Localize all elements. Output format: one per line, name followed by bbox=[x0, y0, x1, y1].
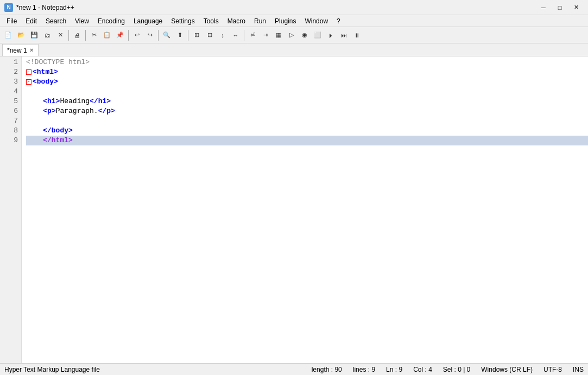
open-button[interactable]: 📂 bbox=[15, 29, 27, 41]
indent-5 bbox=[26, 97, 43, 106]
menu-settings[interactable]: Settings bbox=[167, 16, 199, 26]
toolbar-sep-1 bbox=[68, 30, 69, 41]
menu-search[interactable]: Search bbox=[41, 16, 71, 26]
doctype-tag: <!DOCTYPE html> bbox=[26, 58, 90, 67]
copy-button[interactable]: 📋 bbox=[101, 29, 113, 41]
sync-scroll-h[interactable]: ↔ bbox=[230, 29, 242, 41]
menu-help[interactable]: ? bbox=[332, 16, 345, 26]
tab-label: *new 1 bbox=[7, 47, 27, 54]
menu-plugins[interactable]: Plugins bbox=[270, 16, 300, 26]
code-line-2: -<html> bbox=[26, 67, 588, 77]
code-line-5: <h1>Heading</h1> bbox=[26, 97, 588, 106]
status-col: Col : 4 bbox=[413, 366, 432, 373]
tb-btn-8[interactable]: ▦ bbox=[273, 29, 284, 41]
status-lines: lines : 9 bbox=[353, 366, 375, 373]
line-num-2: 2 bbox=[3, 67, 18, 77]
line-num-6: 6 bbox=[3, 106, 18, 116]
editor-container: 1 2 3 4 5 6 7 8 9 <!DOCTYPE html> -<html… bbox=[0, 56, 588, 363]
h1-open: <h1> bbox=[43, 97, 60, 106]
menu-encoding[interactable]: Encoding bbox=[93, 16, 129, 26]
line-num-4: 4 bbox=[3, 87, 18, 97]
menu-language[interactable]: Language bbox=[129, 16, 167, 26]
code-line-7 bbox=[26, 116, 588, 126]
indent-8 bbox=[26, 126, 43, 136]
status-length: length : 90 bbox=[312, 366, 342, 373]
fold-marker-2[interactable]: - bbox=[26, 69, 31, 75]
undo-button[interactable]: ↩ bbox=[131, 29, 143, 41]
close-button[interactable]: ✕ bbox=[568, 2, 584, 14]
app-icon: N bbox=[4, 3, 13, 12]
menu-run[interactable]: Run bbox=[250, 16, 270, 26]
menu-macro[interactable]: Macro bbox=[223, 16, 250, 26]
find-button[interactable]: 🔍 bbox=[161, 29, 173, 41]
tb-btn-10[interactable]: ◉ bbox=[299, 29, 311, 41]
status-file-type: Hyper Text Markup Language file bbox=[4, 366, 312, 373]
toolbar-sep-5 bbox=[188, 30, 188, 41]
status-bar: Hyper Text Markup Language file length :… bbox=[0, 363, 588, 375]
redo-button[interactable]: ↪ bbox=[144, 29, 156, 41]
save-all-button[interactable]: 🗂 bbox=[41, 29, 53, 41]
body-open-tag: <body> bbox=[33, 77, 58, 87]
paste-button[interactable]: 📌 bbox=[114, 29, 126, 41]
status-ln: Ln : 9 bbox=[386, 366, 402, 373]
cut-button[interactable]: ✂ bbox=[88, 29, 100, 41]
tab-close-icon[interactable]: ✕ bbox=[29, 47, 34, 53]
menu-file[interactable]: File bbox=[2, 16, 21, 26]
print-button[interactable]: 🖨 bbox=[71, 29, 83, 41]
file-type-label: Hyper Text Markup Language file bbox=[4, 366, 100, 373]
code-line-6: <p>Paragraph.</p> bbox=[26, 106, 588, 116]
toolbar-sep-6 bbox=[244, 30, 244, 41]
title-bar-left: N *new 1 - Notepad++ bbox=[4, 3, 74, 12]
menu-bar: File Edit Search View Encoding Language … bbox=[0, 15, 588, 27]
indent-6 bbox=[26, 106, 43, 116]
tb-btn-9[interactable]: ▷ bbox=[286, 29, 298, 41]
word-wrap-button[interactable]: ⏎ bbox=[246, 29, 258, 41]
status-bar-right: length : 90 lines : 9 Ln : 9 Col : 4 Sel… bbox=[312, 366, 584, 373]
menu-view[interactable]: View bbox=[71, 16, 93, 26]
minimize-button[interactable]: ─ bbox=[536, 2, 551, 14]
code-line-8: </body> bbox=[26, 126, 588, 136]
toolbar-sep-4 bbox=[158, 30, 159, 41]
zoom-out-button[interactable]: ⊟ bbox=[204, 29, 216, 41]
tab-bar: *new 1 ✕ bbox=[0, 43, 588, 56]
line-num-9: 9 bbox=[3, 136, 18, 145]
save-button[interactable]: 💾 bbox=[28, 29, 40, 41]
indent-9 bbox=[26, 136, 43, 145]
h1-close: </h1> bbox=[90, 97, 111, 106]
menu-window[interactable]: Window bbox=[300, 16, 332, 26]
code-line-9: </html> bbox=[26, 136, 588, 145]
status-insert-mode: INS bbox=[573, 366, 584, 373]
maximize-button[interactable]: □ bbox=[552, 2, 567, 14]
code-line-1: <!DOCTYPE html> bbox=[26, 58, 588, 67]
tb-btn-13[interactable]: ⏭ bbox=[338, 29, 350, 41]
title-bar-controls: ─ □ ✕ bbox=[536, 2, 584, 14]
title-bar: N *new 1 - Notepad++ ─ □ ✕ bbox=[0, 0, 588, 15]
p-close: </p> bbox=[98, 106, 115, 116]
tb-btn-14[interactable]: ⏸ bbox=[351, 29, 363, 41]
close-button-tb[interactable]: ✕ bbox=[54, 29, 66, 41]
fold-marker-3[interactable]: - bbox=[26, 79, 31, 85]
h1-text: Heading bbox=[60, 97, 90, 106]
code-line-4 bbox=[26, 87, 588, 97]
code-editor[interactable]: <!DOCTYPE html> -<html> -<body> <h1>Head… bbox=[22, 56, 588, 363]
body-close-tag: </body> bbox=[43, 126, 73, 136]
menu-edit[interactable]: Edit bbox=[21, 16, 41, 26]
new-file-button[interactable]: 📄 bbox=[2, 29, 14, 41]
p-open: <p> bbox=[43, 106, 55, 116]
status-encoding: UTF-8 bbox=[543, 366, 562, 373]
tab-new1[interactable]: *new 1 ✕ bbox=[2, 44, 39, 56]
status-sel: Sel : 0 | 0 bbox=[443, 366, 470, 373]
html-close-tag: </html> bbox=[43, 136, 73, 145]
find-prev-button[interactable]: ⬆ bbox=[174, 29, 186, 41]
tb-btn-11[interactable]: ⬜ bbox=[312, 29, 324, 41]
line-num-5: 5 bbox=[3, 97, 18, 106]
sync-scroll-v[interactable]: ↕ bbox=[217, 29, 229, 41]
tb-btn-12[interactable]: ⏵ bbox=[325, 29, 337, 41]
line-num-7: 7 bbox=[3, 116, 18, 126]
indent-button[interactable]: ⇥ bbox=[260, 29, 271, 41]
line-numbers: 1 2 3 4 5 6 7 8 9 bbox=[0, 56, 22, 363]
line-num-1: 1 bbox=[3, 58, 18, 67]
zoom-in-button[interactable]: ⊞ bbox=[191, 29, 203, 41]
toolbar-sep-2 bbox=[85, 30, 86, 41]
menu-tools[interactable]: Tools bbox=[199, 16, 223, 26]
